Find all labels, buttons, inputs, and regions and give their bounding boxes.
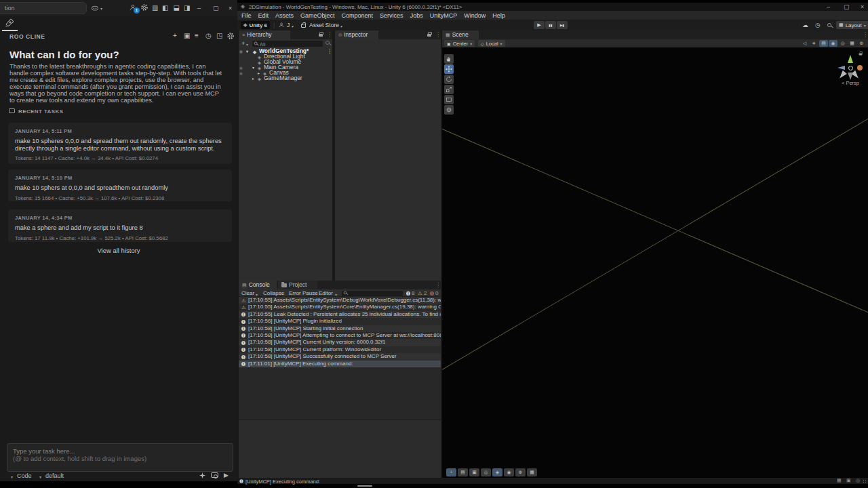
clear-button[interactable]: Clear [241,290,254,296]
prompts-icon[interactable]: ▣ [184,33,190,39]
overlay-snap-icon[interactable]: ⊕ [515,468,526,476]
console-menu-icon[interactable]: ⋮ [435,282,441,288]
gizmo-lock-icon[interactable] [859,53,863,55]
menu-window[interactable]: Window [464,12,486,19]
overlay-zoom-icon[interactable]: ◉ [504,468,514,476]
overlay-orbit-icon[interactable]: ◎ [481,468,491,476]
menu-file[interactable]: File [241,12,252,19]
hierarchy-menu-icon[interactable]: ⋮ [327,32,332,38]
minimize-button[interactable]: – [197,5,201,12]
new-task-icon[interactable]: + [173,33,177,39]
tab-console[interactable]: ▤ Console [239,281,277,289]
effects-icon[interactable]: ∗ [810,40,818,47]
menu-edit[interactable]: Edit [258,12,269,19]
scene-picker-icon[interactable] [326,41,330,45]
customize-layout-icon[interactable]: ▥ [152,5,158,12]
cloud-services-icon[interactable]: ☁ [802,22,808,28]
scale-tool-button[interactable] [444,85,454,94]
cloud-account-icon[interactable] [278,22,285,28]
search-icon[interactable] [827,23,831,27]
warning-count-icon[interactable]: ⚠ [418,291,422,296]
log-row[interactable]: [17:10:58] [UnityMCP] Attempting to conn… [239,332,441,339]
inspector-menu-icon[interactable]: ⋮ [435,32,441,38]
unity-maximize-button[interactable]: ▢ [844,3,850,10]
pivot-dropdown[interactable]: ▣ Center ▾ [444,40,475,47]
enhance-prompt-icon[interactable] [199,472,205,479]
menu-services[interactable]: Services [380,12,403,19]
log-row[interactable]: [17:10:58] [UnityMCP] Current platform: … [239,346,441,353]
unity-minimize-button[interactable]: – [827,3,830,10]
toggle-panel-left-icon[interactable]: ◧ [162,5,168,12]
lock-icon[interactable] [427,34,431,37]
collapsed-arrow-icon[interactable]: ▸ [252,76,254,82]
audio-mute-icon[interactable]: ◁ [800,40,809,47]
log-row[interactable]: ⚠ [17:10:55] Assets\Scripts\EntitySystem… [239,304,441,310]
toggle-panel-bottom-icon[interactable]: ◧ [173,5,180,11]
log-row[interactable]: [17:10:58] [UnityMCP] Starting initial c… [239,325,441,332]
task-history-card[interactable]: JANUARY 14, 5:10 PM make 10 sphers at 0,… [8,169,232,201]
close-button[interactable]: × [229,5,232,12]
create-object-icon[interactable]: + [241,40,245,47]
roo-cline-logo-icon[interactable] [4,18,14,28]
layout-dropdown[interactable]: ▦ Layout ▾ [836,21,868,29]
menu-unitymcp[interactable]: UnityMCP [430,12,458,19]
editor-dropdown[interactable]: Editor [319,290,333,296]
tab-project[interactable]: Project [278,281,317,289]
unity-close-button[interactable]: × [861,3,864,10]
menu-help[interactable]: Help [492,12,505,19]
pause-button[interactable]: ▮▮ [545,21,556,29]
command-center-search[interactable]: tion [0,2,87,14]
roo-settings-gear-icon[interactable] [226,32,235,40]
log-row-selected[interactable]: [17:11:01] [UnityMCP] Executing command: [239,361,441,367]
tab-scene[interactable]: ▦ Scene [442,30,479,39]
account-initial[interactable]: J [287,22,290,28]
gizmo-z-axis[interactable] [857,65,863,70]
overlay-camera-icon[interactable]: ▣ [469,468,479,476]
open-in-editor-icon[interactable]: ◳ [216,33,222,39]
mcp-servers-icon[interactable]: ≡ [195,33,199,39]
overlay-move-icon[interactable]: + [446,468,456,476]
settings-gear-icon[interactable] [140,3,149,12]
error-count-icon[interactable] [430,291,434,296]
menu-component[interactable]: Component [342,12,374,19]
undo-history-icon[interactable]: ◷ [815,22,821,28]
menu-assets[interactable]: Assets [275,12,294,19]
account-icon[interactable]: 1 [129,3,137,12]
console-search-input[interactable] [342,291,403,296]
view-all-history-link[interactable]: View all history [0,247,237,254]
view-tool-button[interactable] [444,54,454,64]
log-row[interactable]: [17:10:56] [UnityMCP] Plugin initialized [239,318,441,325]
scene-visibility-toggle-icon[interactable]: ◉ [829,40,837,47]
screenshot-camera-icon[interactable] [211,472,218,478]
copilot-caret-icon[interactable]: ▾ [100,6,102,11]
log-row[interactable]: [17:10:58] [UnityMCP] Current Unity vers… [239,339,441,346]
play-button[interactable]: ▶ [534,21,545,29]
camera-settings-icon[interactable]: ▤ [819,40,828,47]
clear-caret-icon[interactable]: ▾ [256,292,258,297]
tab-hierarchy[interactable]: ≡ Hierarchy [239,30,290,39]
gizmos-dropdown-icon[interactable]: ⊕ [857,40,866,47]
task-input[interactable]: Type your task here... (@ to add context… [7,443,233,472]
copilot-icon[interactable] [91,4,99,12]
profile-select[interactable]: default [45,472,64,479]
log-row[interactable]: [17:10:58] [UnityMCP] Successfully conne… [239,353,441,360]
maximize-button[interactable]: ▢ [213,5,219,12]
hidden-objects-icon[interactable]: ◎ [838,40,847,47]
menu-jobs[interactable]: Jobs [410,12,423,19]
task-history-card[interactable]: JANUARY 14, 4:34 PM make a sphere and ad… [8,209,232,242]
lock-icon[interactable] [319,34,323,37]
gizmo-y-axis[interactable] [848,55,853,63]
overlay-sliders-icon[interactable]: ▤ [458,468,468,476]
gizmo-x-axis[interactable] [837,66,845,70]
resize-grip[interactable] [863,479,867,483]
log-row[interactable]: [17:10:55] Leak Detected : Persistent al… [239,311,441,318]
tab-inspector[interactable]: ◎ Inspector [335,30,378,39]
orientation-dropdown[interactable]: ◇ Local ▾ [478,40,505,47]
overlay-display-icon[interactable]: ▦ [527,468,537,476]
menu-gameobject[interactable]: GameObject [300,12,335,19]
task-history-card[interactable]: JANUARY 14, 5:11 PM make 10 spheres 0,0,… [8,123,232,164]
status-grid-icon[interactable]: ▦ [837,478,842,483]
gizmo-neg-axis[interactable] [848,73,853,80]
mode-select[interactable]: Code [17,472,32,479]
info-count-icon[interactable] [406,291,410,296]
